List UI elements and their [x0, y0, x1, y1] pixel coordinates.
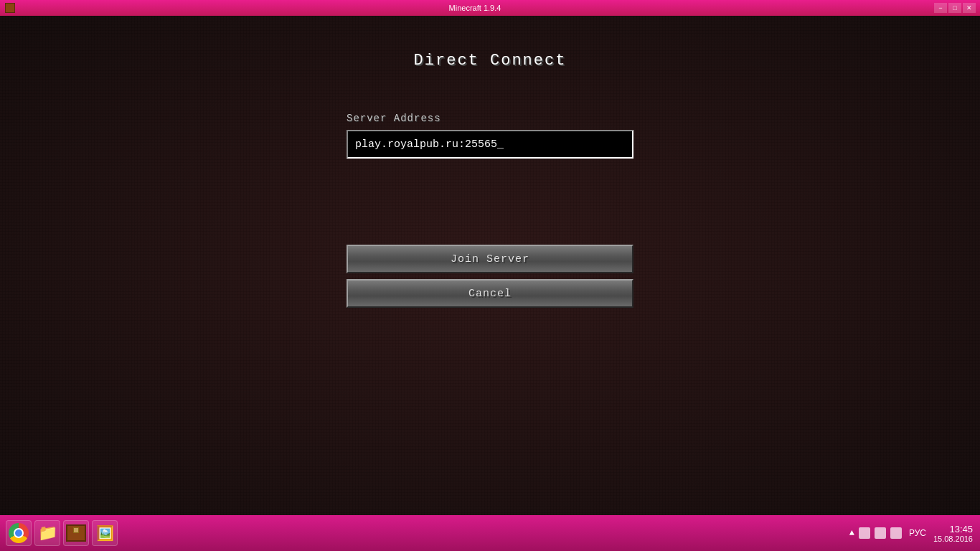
buttons-area: Join Server Cancel	[347, 245, 633, 308]
chest-icon	[66, 524, 86, 542]
taskbar: 📁 🖼️ ▲ РУС 13:45 15.08.2016	[0, 515, 980, 551]
game-area: Direct Connect Server Address Join Serve…	[0, 16, 980, 515]
titlebar-title: Minecraft 1.9.4	[16, 4, 934, 12]
taskbar-photo-icon[interactable]: 🖼️	[92, 520, 118, 546]
join-server-button[interactable]: Join Server	[347, 245, 633, 273]
language-indicator[interactable]: РУС	[909, 528, 926, 538]
taskbar-right: ▲ РУС 13:45 15.08.2016	[849, 524, 973, 543]
clock-date: 15.08.2016	[933, 534, 973, 543]
server-address-label: Server Address	[347, 113, 441, 124]
close-button[interactable]: ✕	[963, 3, 976, 13]
taskbar-chrome-icon[interactable]	[6, 520, 32, 546]
taskbar-minecraft-icon[interactable]	[63, 520, 89, 546]
cancel-button[interactable]: Cancel	[347, 279, 633, 308]
clock-time: 13:45	[933, 524, 973, 534]
dialog-title: Direct Connect	[414, 52, 567, 70]
tray-icon-2	[875, 527, 886, 539]
maximize-button[interactable]: □	[948, 3, 961, 13]
folder-icon: 📁	[38, 524, 57, 543]
tray-expand-arrow[interactable]: ▲	[849, 528, 854, 538]
titlebar-controls: − □ ✕	[934, 3, 976, 13]
titlebar-icon	[4, 2, 16, 14]
minecraft-icon	[5, 3, 15, 13]
tray-icon-3	[890, 527, 902, 539]
titlebar: Minecraft 1.9.4 − □ ✕	[0, 0, 980, 16]
minimize-button[interactable]: −	[934, 3, 947, 13]
clock[interactable]: 13:45 15.08.2016	[933, 524, 973, 543]
taskbar-folder-icon[interactable]: 📁	[34, 520, 60, 546]
system-tray: ▲	[849, 527, 902, 539]
chrome-icon	[9, 523, 29, 543]
server-address-input[interactable]	[347, 130, 633, 159]
tray-icon-1	[859, 527, 870, 539]
form-area: Server Address	[347, 113, 633, 159]
photo-icon: 🖼️	[96, 524, 114, 542]
